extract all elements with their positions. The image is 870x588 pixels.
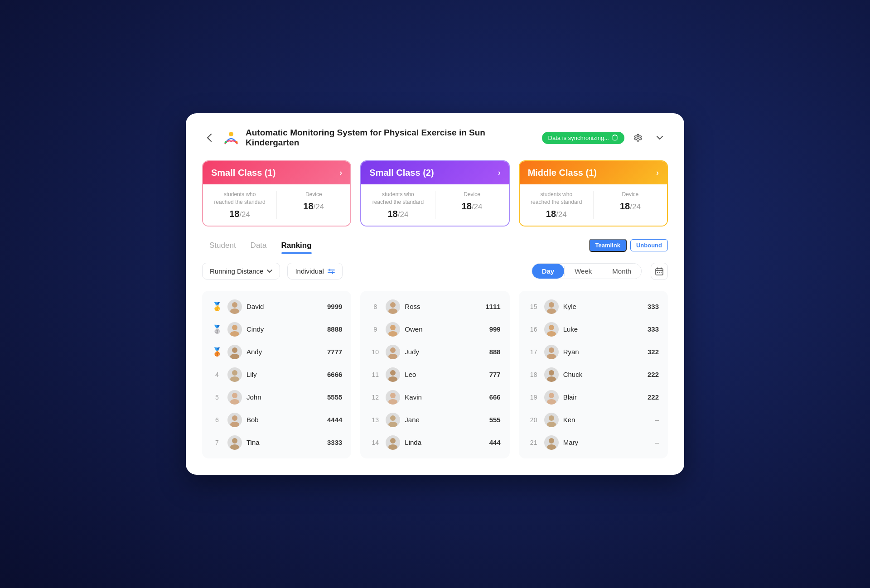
class-card-small2[interactable]: Small Class (2) › students whoreached th… xyxy=(360,160,509,227)
dropdown-button[interactable] xyxy=(652,130,668,146)
student-name: Kavin xyxy=(405,393,484,401)
rank-bronze-icon: 🥉 xyxy=(211,346,223,358)
student-name: Linda xyxy=(405,439,484,446)
student-name: Chuck xyxy=(563,371,643,378)
student-name: Ross xyxy=(405,303,481,310)
table-row: 14 Linda 444 xyxy=(365,431,505,454)
table-row: 17 Ryan 322 xyxy=(523,341,663,363)
svg-point-3 xyxy=(637,137,639,139)
avatar xyxy=(544,435,559,450)
metric-dropdown[interactable]: Running Distance xyxy=(202,263,280,280)
chevron-right-icon-small2: › xyxy=(498,168,501,178)
class-stat-device-middle1: Device 18/24 xyxy=(593,191,667,219)
svg-point-45 xyxy=(547,399,556,405)
svg-point-48 xyxy=(549,438,554,443)
class-stat-students-middle1: students whoreached the standard 18/24 xyxy=(520,191,593,219)
svg-point-33 xyxy=(388,422,397,427)
avatar xyxy=(227,367,242,382)
tab-student[interactable]: Student xyxy=(202,237,243,254)
student-score: 333 xyxy=(648,325,659,333)
student-name: Judy xyxy=(405,348,484,356)
student-score: 333 xyxy=(648,303,659,310)
header-title: Automatic Monitoring System for Physical… xyxy=(246,128,536,148)
student-score: – xyxy=(655,439,659,446)
svg-point-19 xyxy=(230,422,239,427)
student-score: 3333 xyxy=(327,439,342,446)
svg-point-21 xyxy=(230,444,239,450)
week-button[interactable]: Week xyxy=(565,264,602,279)
avatar xyxy=(227,435,242,450)
month-button[interactable]: Month xyxy=(602,264,641,279)
avatar xyxy=(544,345,559,359)
student-name: John xyxy=(246,393,323,401)
class-card-small1[interactable]: Small Class (1) › students whoreached th… xyxy=(202,160,351,227)
table-row: 🥈 Cindy 8888 xyxy=(207,318,347,341)
rank-number: 19 xyxy=(528,394,540,401)
back-button[interactable] xyxy=(202,130,217,145)
svg-point-28 xyxy=(390,370,396,376)
tab-data[interactable]: Data xyxy=(243,237,274,254)
rank-number: 10 xyxy=(369,348,381,356)
svg-rect-5 xyxy=(657,272,658,273)
teamlink-button[interactable]: Teamlink xyxy=(589,239,627,252)
svg-point-29 xyxy=(388,376,397,382)
avatar xyxy=(386,367,400,382)
time-selector: Day Week Month xyxy=(532,263,642,279)
rank-silver-icon: 🥈 xyxy=(211,323,223,335)
rank-number: 7 xyxy=(211,439,223,446)
student-score: 4444 xyxy=(327,416,342,424)
svg-point-30 xyxy=(390,393,396,398)
day-button[interactable]: Day xyxy=(532,264,565,279)
group-toggle[interactable]: Individual xyxy=(287,263,342,280)
toggle-icon xyxy=(328,268,335,275)
sync-spinner-icon xyxy=(612,135,618,141)
settings-button[interactable] xyxy=(630,130,646,146)
student-name: Luke xyxy=(563,325,643,333)
rank-number: 12 xyxy=(369,394,381,401)
svg-point-15 xyxy=(230,376,239,382)
svg-point-44 xyxy=(549,393,554,398)
rank-number: 15 xyxy=(528,303,540,310)
svg-point-27 xyxy=(388,354,397,359)
class-card-header-small2: Small Class (2) › xyxy=(361,161,508,184)
svg-point-37 xyxy=(547,308,556,314)
svg-point-10 xyxy=(232,325,237,330)
unbound-button[interactable]: Unbound xyxy=(630,239,668,251)
svg-rect-7 xyxy=(661,272,662,273)
sync-badge: Data is synchronizing... xyxy=(542,132,624,144)
metric-label: Running Distance xyxy=(210,267,263,275)
calendar-button[interactable] xyxy=(651,263,668,280)
svg-point-38 xyxy=(549,325,554,330)
svg-point-13 xyxy=(230,354,239,359)
student-name: David xyxy=(246,303,323,310)
svg-point-1 xyxy=(225,141,227,144)
avatar xyxy=(227,299,242,314)
rank-number: 9 xyxy=(369,326,381,333)
svg-point-0 xyxy=(229,132,233,136)
student-score: 444 xyxy=(489,439,501,446)
svg-point-22 xyxy=(390,302,396,308)
svg-point-2 xyxy=(236,141,238,144)
student-name: Ken xyxy=(563,416,651,424)
class-card-body-middle1: students whoreached the standard 18/24 D… xyxy=(520,184,667,226)
metric-dropdown-icon xyxy=(267,270,272,273)
rank-number: 21 xyxy=(528,439,540,446)
tab-ranking[interactable]: Ranking xyxy=(274,237,319,254)
student-name: Kyle xyxy=(563,303,643,310)
svg-rect-6 xyxy=(659,272,660,273)
avatar xyxy=(544,367,559,382)
student-score: 7777 xyxy=(327,348,342,356)
avatar xyxy=(386,345,400,359)
tabs-actions: Teamlink Unbound xyxy=(589,239,668,252)
rank-number: 11 xyxy=(369,371,381,378)
table-row: 8 Ross 1111 xyxy=(365,295,505,318)
svg-point-42 xyxy=(549,370,554,376)
student-score: 999 xyxy=(489,325,501,333)
svg-point-40 xyxy=(549,347,554,353)
svg-point-31 xyxy=(388,399,397,405)
class-card-middle1[interactable]: Middle Class (1) › students whoreached t… xyxy=(519,160,668,227)
student-score: 1111 xyxy=(485,303,500,310)
avatar xyxy=(544,299,559,314)
avatar xyxy=(544,413,559,427)
class-name-small1: Small Class (1) xyxy=(211,168,276,178)
